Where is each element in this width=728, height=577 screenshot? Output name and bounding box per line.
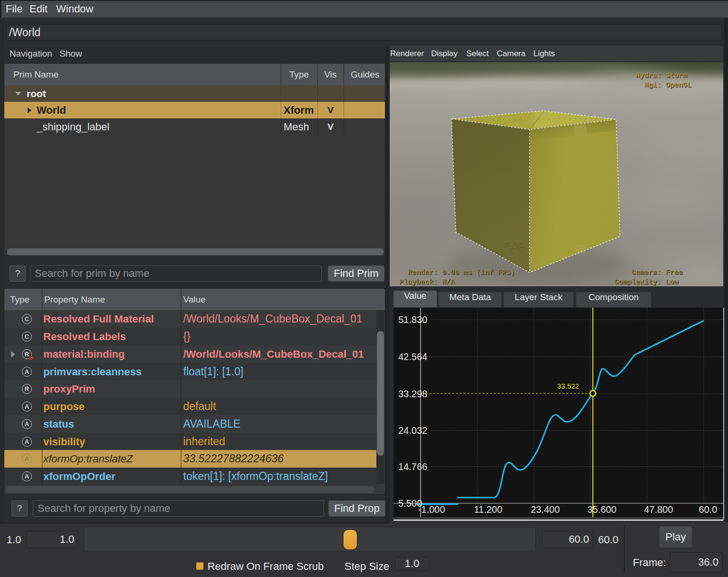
svg-text:51.830: 51.830 (398, 314, 427, 325)
svg-text:23.400: 23.400 (531, 504, 560, 515)
svg-text:14.766: 14.766 (398, 461, 427, 472)
svg-text:35.600: 35.600 (587, 504, 616, 515)
svg-text:24.032: 24.032 (398, 425, 427, 436)
svg-text:11.200: 11.200 (474, 504, 502, 515)
svg-text:33.522: 33.522 (557, 382, 579, 390)
svg-text:47.800: 47.800 (644, 504, 673, 515)
svg-text:-1.000: -1.000 (418, 504, 445, 515)
svg-text:33.298: 33.298 (398, 389, 427, 399)
svg-text:42.564: 42.564 (398, 352, 427, 362)
svg-text:60.0: 60.0 (699, 504, 718, 515)
